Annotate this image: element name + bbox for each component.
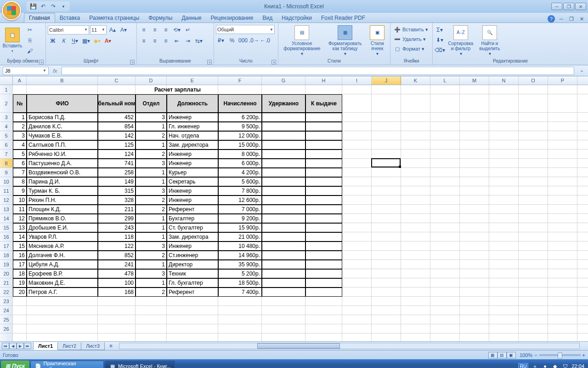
cell[interactable]: 10 480р. xyxy=(218,242,262,251)
cell[interactable]: 1 xyxy=(136,122,167,131)
cell[interactable]: 7 xyxy=(13,168,27,177)
orientation-icon[interactable]: ⟲▾ xyxy=(172,25,182,34)
row-header-4[interactable]: 4 xyxy=(0,122,13,131)
row-header-17[interactable]: 17 xyxy=(0,242,13,251)
cell[interactable]: 20 xyxy=(13,288,27,297)
align-center-icon[interactable]: ≡ xyxy=(150,36,160,46)
format-painter-icon[interactable]: 🖌 xyxy=(25,46,35,56)
cell[interactable]: Зам. директора xyxy=(167,232,218,242)
bold-icon[interactable]: Ж xyxy=(48,36,58,46)
tray-icon-3[interactable]: 🛡 xyxy=(561,362,569,368)
col-header-D[interactable]: D xyxy=(136,76,167,85)
cell[interactable]: Инженер xyxy=(167,113,218,122)
cell[interactable]: 1 xyxy=(136,168,167,177)
col-header-A[interactable]: A xyxy=(13,76,27,85)
cell[interactable]: Ст. бухгалтер xyxy=(167,223,218,232)
cell[interactable] xyxy=(305,122,342,131)
cell[interactable]: Уваров Р.Л. xyxy=(27,232,98,242)
row-header-1[interactable]: 1 xyxy=(0,85,13,94)
cell[interactable]: Прямиков В.О. xyxy=(27,214,98,223)
indent-dec-icon[interactable]: ⇤ xyxy=(172,36,182,46)
cell[interactable]: 15 000р. xyxy=(218,140,262,150)
row-header-20[interactable]: 20 xyxy=(0,269,13,278)
ribbon-tab-0[interactable]: Главная xyxy=(24,13,55,23)
fx-icon[interactable]: fx xyxy=(51,68,60,74)
cell[interactable]: 11 xyxy=(13,205,27,214)
row-header-7[interactable]: 7 xyxy=(0,150,13,159)
cell[interactable]: Бухгалтер xyxy=(167,214,218,223)
cell[interactable] xyxy=(262,196,305,205)
cell[interactable]: 7 400р. xyxy=(218,288,262,297)
cell[interactable]: Инженер xyxy=(167,150,218,159)
cell[interactable]: 299 xyxy=(98,214,136,223)
cell[interactable]: 328 xyxy=(98,196,136,205)
cell[interactable]: 854 xyxy=(98,122,136,131)
cell[interactable]: 19 xyxy=(13,278,27,288)
cell[interactable]: 15 900р. xyxy=(218,223,262,232)
cell[interactable] xyxy=(305,223,342,232)
row-header-25[interactable]: 25 xyxy=(0,315,13,324)
clock[interactable]: 22:04 xyxy=(571,363,584,368)
row-header-21[interactable]: 21 xyxy=(0,278,13,288)
cell[interactable]: Борисова П.Д. xyxy=(27,113,98,122)
cell[interactable]: Парина Д.И. xyxy=(27,177,98,186)
autosum-icon[interactable]: Σ▾ xyxy=(435,25,445,34)
merge-icon[interactable]: ⇆▾ xyxy=(194,36,204,46)
cell[interactable] xyxy=(262,168,305,177)
cell[interactable] xyxy=(305,177,342,186)
cell[interactable]: Инженер xyxy=(167,196,218,205)
cell-styles-button[interactable]: ▣Стили ячеек▾ xyxy=(367,25,388,56)
cell[interactable]: 2 xyxy=(136,131,167,140)
cell[interactable]: Площин К.Д. xyxy=(27,205,98,214)
fill-icon[interactable]: ⬇▾ xyxy=(435,35,445,45)
align-top-icon[interactable]: ≡ xyxy=(139,25,149,34)
cell[interactable]: 17 xyxy=(13,260,27,269)
cell[interactable]: 7 000р. xyxy=(218,205,262,214)
start-button[interactable]: ⊞Пуск xyxy=(1,361,29,368)
cell[interactable] xyxy=(305,278,342,288)
cell[interactable]: Секретарь xyxy=(167,177,218,186)
cell[interactable]: 122 xyxy=(98,242,136,251)
border-icon[interactable]: ▦▾ xyxy=(81,36,91,46)
cell[interactable]: 741 xyxy=(98,159,136,168)
cell[interactable] xyxy=(305,196,342,205)
cell[interactable] xyxy=(262,140,305,150)
cell[interactable]: 2 xyxy=(136,251,167,260)
row-header-19[interactable]: 19 xyxy=(0,260,13,269)
format-table-button[interactable]: ▦Форматировать как таблицу▾ xyxy=(326,25,365,56)
sheet-tab-2[interactable]: Лист3 xyxy=(81,342,105,350)
col-header-N[interactable]: N xyxy=(489,76,519,85)
cell[interactable] xyxy=(262,251,305,260)
dec-decimal-icon[interactable]: ←.0 xyxy=(260,35,270,45)
expand-fbar-icon[interactable]: ⌄ xyxy=(578,67,585,75)
office-button[interactable] xyxy=(2,1,21,20)
cell[interactable]: ФИО xyxy=(27,94,98,113)
col-header-H[interactable]: H xyxy=(305,76,342,85)
doc-minimize-icon[interactable]: ─ xyxy=(558,15,565,23)
cell[interactable]: Референт xyxy=(167,288,218,297)
cell[interactable] xyxy=(305,140,342,150)
cell[interactable]: Гл. инженер xyxy=(167,122,218,131)
cell[interactable] xyxy=(262,232,305,242)
cell[interactable]: 12 xyxy=(13,214,27,223)
cell[interactable]: 1 xyxy=(136,214,167,223)
font-name-combo[interactable]: Calibri▼ xyxy=(48,25,89,34)
sheet-nav-next-icon[interactable]: ▶ xyxy=(17,343,24,349)
cell[interactable] xyxy=(262,177,305,186)
row-header-11[interactable]: 11 xyxy=(0,186,13,196)
cell[interactable]: 2 xyxy=(136,196,167,205)
row-header-5[interactable]: 5 xyxy=(0,131,13,140)
font-color-icon[interactable]: A▾ xyxy=(103,36,113,46)
cell[interactable]: Рябченко Ю.И. xyxy=(27,150,98,159)
col-header-I[interactable]: I xyxy=(342,76,372,85)
col-header-F[interactable]: F xyxy=(218,76,262,85)
cell[interactable]: Воздвиженский О.В. xyxy=(27,168,98,177)
row-header-24[interactable]: 24 xyxy=(0,306,13,315)
ribbon-tab-7[interactable]: Надстройки xyxy=(277,13,317,23)
sheet-tab-1[interactable]: Лист2 xyxy=(57,342,81,350)
cell[interactable]: Отдел xyxy=(136,94,167,113)
col-header-E[interactable]: E xyxy=(167,76,218,85)
cell[interactable]: Референт xyxy=(167,205,218,214)
cell[interactable]: 258 xyxy=(98,168,136,177)
save-icon[interactable]: 💾 xyxy=(29,3,37,10)
